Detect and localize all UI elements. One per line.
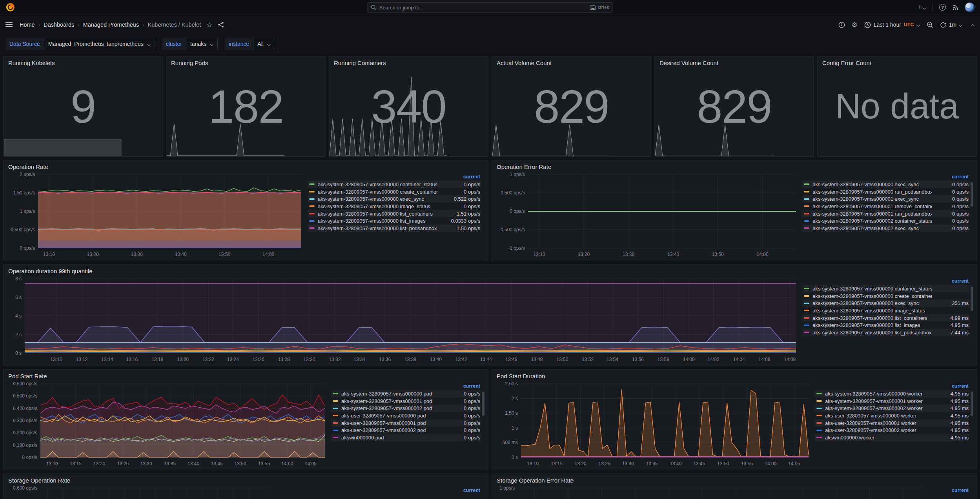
legend-row[interactable]: aks-system-32809057-vmss000000 image_sta… bbox=[802, 307, 969, 314]
panel-title[interactable]: Operation Error Rate bbox=[492, 160, 976, 170]
legend-row[interactable]: aks-system-32809057-vmss000000 create_co… bbox=[308, 188, 481, 196]
legend-row[interactable]: aks-user-32809057-vmss000001 pod0 ops/s bbox=[331, 419, 481, 427]
y-axis-label: 0 ops/s bbox=[20, 245, 35, 251]
legend-row[interactable]: aks-system-32809057-vmss000000 list_pods… bbox=[802, 329, 969, 336]
legend-row[interactable]: aks-system-32809057-vmss000001 pod0 ops/… bbox=[331, 397, 481, 405]
legend-row[interactable]: aks-system-32809057-vmss000002 worker4.9… bbox=[815, 405, 969, 412]
panel-title[interactable]: Operation Rate bbox=[4, 160, 488, 170]
breadcrumb-item[interactable]: Managed Prometheus bbox=[83, 22, 139, 28]
legend-row[interactable]: aks-system-32809057-vmss000000 list_cont… bbox=[308, 210, 481, 218]
legend-row[interactable]: aks-system-32809057-vmss000000 pod0 ops/… bbox=[331, 390, 481, 397]
series-label: aks-system-32809057-vmss000001 pod bbox=[341, 398, 443, 404]
legend-row[interactable]: aks-system-32809057-vmss000000 container… bbox=[802, 285, 969, 292]
instance-select[interactable]: All bbox=[253, 38, 275, 50]
series-value: 4.95 ms bbox=[935, 413, 969, 419]
legend-row[interactable]: aks-system-32809057-vmss000000 run_podsa… bbox=[802, 188, 969, 196]
legend-row[interactable]: aks-system-32809057-vmss000000 list_pods… bbox=[308, 225, 481, 232]
legend-row[interactable]: aks-system-32809057-vmss000000 worker4.9… bbox=[815, 390, 969, 397]
legend-row[interactable]: aks-system-32809057-vmss000000 exec_sync… bbox=[802, 299, 969, 307]
refresh-picker[interactable]: 1m bbox=[940, 22, 962, 28]
legend-row[interactable]: akswin000000 pod0 ops/s bbox=[331, 434, 481, 441]
share-icon[interactable] bbox=[218, 22, 224, 28]
x-axis-label: 13:42 bbox=[455, 357, 467, 362]
grafana-logo-icon[interactable] bbox=[5, 2, 15, 12]
timeseries-chart[interactable]: 0.600 ops/s0.500 ops/s0.400 ops/s0.300 o… bbox=[7, 382, 325, 468]
legend-row[interactable]: aks-system-32809057-vmss000001 remove_co… bbox=[802, 203, 969, 210]
legend-row[interactable]: aks-system-32809057-vmss000002 pod0 ops/… bbox=[331, 405, 481, 412]
top-nav-bar: ctrl+k + ? bbox=[0, 0, 980, 15]
series-color-swatch bbox=[309, 183, 315, 185]
kiosk-collapse-button[interactable] bbox=[971, 23, 975, 26]
x-axis: 13:1013:1513:2013:2513:3013:3513:4013:45… bbox=[521, 459, 809, 468]
legend-row[interactable]: aks-system-32809057-vmss000002 container… bbox=[802, 217, 969, 225]
legend-row[interactable]: aks-system-32809057-vmss000000 list_cont… bbox=[802, 314, 969, 322]
new-button[interactable]: + bbox=[918, 4, 926, 11]
panel-title[interactable]: Storage Operation Rate bbox=[4, 474, 488, 484]
legend-row[interactable]: aks-system-32809057-vmss000000 exec_sync… bbox=[308, 195, 481, 203]
legend-row[interactable]: aks-user-32809057-vmss000000 worker4.95 … bbox=[815, 412, 969, 419]
legend-row[interactable]: aks-system-32809057-vmss000001 exec_sync… bbox=[802, 195, 969, 203]
legend-row[interactable]: aks-user-32809057-vmss000002 worker4.95 … bbox=[815, 426, 969, 434]
search-input[interactable] bbox=[379, 5, 590, 11]
menu-toggle-button[interactable] bbox=[5, 22, 13, 27]
legend-row[interactable]: aks-user-32809057-vmss000000 pod0 ops/s bbox=[331, 412, 481, 419]
timeseries-chart[interactable]: 8 s6 s4 s2 s0 s13:1013:1213:1413:1613:18… bbox=[7, 277, 796, 363]
series-label: aks-system-32809057-vmss000000 create_co… bbox=[812, 293, 932, 299]
legend-row[interactable]: aks-system-32809057-vmss000000 exec_sync… bbox=[802, 181, 969, 188]
legend-row[interactable]: akswin000000 worker4.95 ms bbox=[815, 434, 969, 441]
x-axis-label: 13:10 bbox=[534, 252, 545, 257]
y-axis-label: 2.50 s bbox=[505, 381, 518, 386]
timeseries-chart[interactable]: 1 ops/s bbox=[496, 486, 936, 499]
timeseries-chart[interactable]: 1 ops/s0.500 ops/s0 ops/s-0.500 ops/s-1 … bbox=[496, 173, 796, 258]
favorite-star-button[interactable]: ☆ bbox=[206, 21, 212, 29]
legend-row[interactable]: aks-system-32809057-vmss000000 create_co… bbox=[802, 292, 969, 300]
series-value: 0 ops/s bbox=[935, 211, 969, 217]
dashboard-settings-button[interactable]: ⚙ bbox=[852, 21, 858, 29]
breadcrumb-item: Kubernetes / Kubelet bbox=[148, 22, 201, 28]
timeseries-chart[interactable]: 2.50 s2 s1.50 s1 s500 ms0 s13:1013:1513:… bbox=[496, 382, 809, 468]
breadcrumb-item[interactable]: Home bbox=[20, 22, 35, 28]
series-color-swatch bbox=[804, 227, 809, 229]
user-avatar[interactable] bbox=[965, 2, 975, 12]
legend-row[interactable]: aks-system-32809057-vmss000000 list_imag… bbox=[308, 217, 481, 225]
zoom-out-button[interactable] bbox=[927, 22, 933, 28]
breadcrumb-item[interactable]: Dashboards bbox=[44, 22, 74, 28]
legend-row[interactable]: aks-system-32809057-vmss000001 run_podsa… bbox=[802, 210, 969, 218]
series-value: 351 ms bbox=[935, 300, 969, 306]
help-button[interactable]: ? bbox=[939, 4, 946, 11]
x-axis-label: 13:30 bbox=[623, 252, 634, 257]
cluster-select[interactable]: tanaks bbox=[186, 38, 218, 50]
panel-title[interactable]: Operation duration 99th quantile bbox=[4, 265, 976, 274]
legend-row[interactable]: aks-user-32809057-vmss000001 worker4.95 … bbox=[815, 419, 969, 427]
legend: currentaks-system-32809057-vmss000000 po… bbox=[325, 382, 485, 468]
x-axis-label: 13:20 bbox=[93, 461, 105, 466]
series-color-swatch bbox=[333, 422, 338, 424]
time-range-picker[interactable]: Last 1 hour UTC bbox=[864, 22, 920, 28]
global-search[interactable]: ctrl+k bbox=[368, 2, 613, 13]
x-axis-label: 13:46 bbox=[506, 357, 517, 362]
legend-row[interactable]: aks-user-32809057-vmss000002 pod0 ops/s bbox=[331, 426, 481, 434]
series-value: 0 ops/s bbox=[446, 398, 480, 404]
legend-row[interactable]: aks-system-32809057-vmss000000 list_imag… bbox=[802, 321, 969, 329]
x-axis-label: 13:50 bbox=[235, 461, 246, 466]
legend-row[interactable]: aks-system-32809057-vmss000000 container… bbox=[308, 181, 481, 188]
timeseries-chart[interactable]: 0.600 ops/s bbox=[7, 486, 447, 499]
series-color-swatch bbox=[804, 191, 809, 192]
legend-row[interactable]: aks-system-32809057-vmss000001 worker4.9… bbox=[815, 397, 969, 405]
toolbar-right: ⚙ Last 1 hour UTC 1m bbox=[838, 21, 975, 29]
news-rss-button[interactable] bbox=[952, 4, 958, 11]
legend-current-header: current bbox=[802, 277, 969, 285]
panel-insights-button[interactable] bbox=[838, 22, 845, 28]
x-axis-label: 13:20 bbox=[87, 252, 99, 257]
chart-canvas bbox=[40, 384, 325, 457]
legend-row[interactable]: aks-system-32809057-vmss000002 exec_sync… bbox=[802, 225, 969, 232]
panel-title[interactable]: Pod Start Duration bbox=[492, 370, 976, 379]
y-axis-label: 1 ops/s bbox=[20, 209, 35, 214]
datasource-select[interactable]: Managed_Prometheus_tanprometheus bbox=[44, 38, 155, 50]
stat-panel: Actual Volume Count829 bbox=[492, 56, 651, 157]
timeseries-chart[interactable]: 2 ops/s1.50 ops/s1 ops/s0.500 ops/s0 ops… bbox=[7, 173, 301, 258]
panel-title[interactable]: Pod Start Rate bbox=[4, 370, 488, 379]
panel-title[interactable]: Storage Operation Error Rate bbox=[492, 474, 976, 484]
legend-row[interactable]: aks-system-32809057-vmss000000 image_sta… bbox=[308, 203, 481, 210]
x-axis-label: 13:20 bbox=[578, 252, 590, 257]
